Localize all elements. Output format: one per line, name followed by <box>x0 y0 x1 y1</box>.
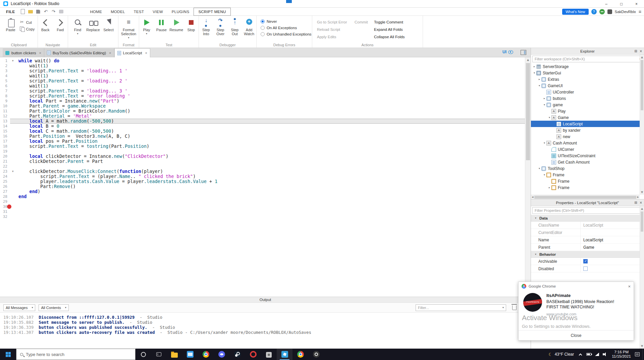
explorer-hscrollbar[interactable]: ◀ ▶ <box>531 195 640 199</box>
code-line[interactable]: Part:Remove() <box>18 184 524 189</box>
taskbar-clock[interactable]: 7:16 PM 11/15/2021 <box>612 350 631 359</box>
explorer-node-localscript[interactable]: LocalScript <box>531 121 644 127</box>
menu-tab-view[interactable]: VIEW <box>148 8 167 16</box>
code-editor[interactable]: 1234567891011121314151617181920212223242… <box>0 57 531 297</box>
dismiss-notification-icon[interactable]: × <box>628 284 631 289</box>
expand-arrow-icon[interactable]: ▸ <box>542 97 546 100</box>
save-icon[interactable] <box>35 9 41 15</box>
step-over-button[interactable]: Step Over <box>213 17 228 36</box>
taskbar-obs[interactable] <box>308 349 324 360</box>
explorer-node-frame[interactable]: ▾Frame <box>531 172 644 178</box>
code-line[interactable]: while wait() do <box>18 58 524 63</box>
undo-icon[interactable]: ↶ <box>43 9 49 15</box>
toggle-comment-button[interactable]: Toggle Comment <box>374 20 418 24</box>
close-panel-icon[interactable]: × <box>640 199 642 206</box>
network-icon[interactable] <box>595 353 599 356</box>
play-button[interactable]: Play▾ <box>139 17 154 35</box>
collapse-arrow-icon[interactable]: ▾ <box>537 84 541 87</box>
menu-tab-test[interactable]: TEST <box>129 8 149 16</box>
weather-widget[interactable]: ☾ 43°F Clear <box>548 352 574 357</box>
collapse-all-folds-button[interactable]: Collapse All Folds <box>374 35 418 39</box>
collapse-arrow-icon[interactable]: ▾ <box>542 141 546 144</box>
copy-button[interactable]: Copy <box>19 26 35 32</box>
code-line[interactable]: player.leaderstats.Cash.Value = player.l… <box>18 179 524 184</box>
output-filter-input[interactable]: Filter... ▾ <box>416 304 506 311</box>
checkbox-unchecked-icon[interactable] <box>583 266 588 271</box>
taskbar-steam[interactable] <box>229 349 245 360</box>
property-value[interactable]: LocalScript <box>581 236 644 243</box>
expand-arrow-icon[interactable]: ▸ <box>532 65 536 68</box>
context-filter-dropdown[interactable]: All Contents ▾ <box>39 304 68 311</box>
code-line[interactable]: Part.Material = 'Metal' <box>18 114 524 119</box>
code-line[interactable]: local pos = Part.Position <box>18 139 524 144</box>
maximize-button[interactable]: □ <box>614 0 629 8</box>
fold-marker-icon[interactable]: ▾ <box>12 58 16 63</box>
code-line[interactable]: Part.Position = Vector3.new(A, B, C) <box>18 134 524 139</box>
code-line[interactable] <box>18 214 524 219</box>
doc-tab-button-clickers[interactable]: button clickers× <box>3 48 44 57</box>
properties-filter[interactable] <box>532 207 643 214</box>
explorer-node-buttons[interactable]: ▸buttons <box>531 95 644 102</box>
explorer-node-uicontroller[interactable]: UiController <box>531 89 644 95</box>
redo-icon[interactable]: ↷ <box>51 9 57 15</box>
property-value[interactable]: LocalScript <box>581 222 644 229</box>
taskbar-chrome[interactable] <box>198 349 214 360</box>
explorer-node-uicorner[interactable]: UICorner <box>531 146 644 153</box>
doc-tab-localscript[interactable]: LocalScript× <box>114 48 150 57</box>
panel-layout-icon[interactable] <box>521 50 526 55</box>
property-value[interactable]: Game <box>581 244 644 251</box>
taskbar-mail-app[interactable] <box>182 349 198 360</box>
explorer-node-startergui[interactable]: ▾StarterGui <box>531 70 644 76</box>
message-filter-dropdown[interactable]: All Messages ▾ <box>3 304 35 311</box>
section-header-data[interactable]: ▾Data <box>531 215 644 222</box>
close-panel-icon[interactable]: × <box>640 48 642 55</box>
go-to-script-error-button[interactable]: Go to Script Error <box>317 20 355 24</box>
code-line[interactable] <box>18 204 524 209</box>
open-icon[interactable] <box>28 9 34 15</box>
properties-vscrollbar[interactable]: ▲ ▼ <box>640 206 644 349</box>
breakpoint-icon[interactable] <box>7 204 11 209</box>
explorer-node-toolshop[interactable]: ▾ToolShop <box>531 165 644 172</box>
notification-body[interactable]: ITSAPRIMATE ItsAPrimate BASEketball (199… <box>519 291 634 316</box>
minimize-button[interactable]: – <box>599 0 614 8</box>
explorer-node-cash-amount[interactable]: ▾Cash Amount <box>531 140 644 146</box>
file-menu-button[interactable]: FILE <box>3 9 18 15</box>
code-line[interactable]: end) <box>18 189 524 194</box>
help-icon[interactable]: ? <box>591 9 597 14</box>
properties-filter-input[interactable] <box>533 208 641 213</box>
scrollbar-thumb[interactable] <box>641 212 643 232</box>
explorer-vscrollbar[interactable]: ▲ ▼ <box>640 55 644 195</box>
menu-tab-model[interactable]: MODEL <box>106 8 129 16</box>
code-line[interactable] <box>18 164 524 169</box>
task-view-button[interactable] <box>151 349 166 360</box>
code-line[interactable]: script.Parent.Text = 'loading... 1 ' <box>18 68 524 73</box>
code-line[interactable]: script.Parent.Text = 'error loading ' <box>18 94 524 99</box>
menu-tab-home[interactable]: HOME <box>86 8 107 16</box>
explorer-node-new[interactable]: new <box>531 133 644 140</box>
collapse-arrow-icon[interactable]: ▾ <box>542 103 546 106</box>
scrollbar-thumb[interactable] <box>526 63 530 160</box>
code-line[interactable]: wait(1) <box>18 73 524 78</box>
explorer-node-by-xander[interactable]: by xander <box>531 127 644 133</box>
taskbar-file-explorer[interactable] <box>166 349 182 360</box>
action-center-icon[interactable] <box>635 352 640 356</box>
code-line[interactable]: wait(1) <box>18 63 524 68</box>
capture-icon[interactable] <box>58 9 64 15</box>
taskbar-discord[interactable] <box>214 349 229 360</box>
code-line[interactable]: local B = 0 <box>18 124 524 129</box>
hidden-icons-chevron-icon[interactable] <box>579 353 582 357</box>
collapse-arrow-icon[interactable]: ▾ <box>532 71 536 74</box>
code-line[interactable]: end <box>18 194 524 199</box>
section-header-behavior[interactable]: ▾Behavior <box>531 251 644 258</box>
menu-tab-script-menu[interactable]: SCRIPT MENU <box>194 8 230 16</box>
code-line[interactable]: local A = math.random(-500,500) <box>18 119 524 124</box>
code-line[interactable]: local Part = Instance.new("Part") <box>18 99 524 104</box>
pause-button[interactable]: Pause <box>154 17 169 32</box>
collapse-arrow-icon[interactable]: ▾ <box>542 173 546 176</box>
scroll-up-icon[interactable]: ▲ <box>525 57 531 62</box>
code-line[interactable]: script.Parent.Text = (player.Name.. " cl… <box>18 174 524 179</box>
notification-close-button[interactable]: Close <box>519 330 634 340</box>
explorer-node-game[interactable]: ▾game <box>531 102 644 108</box>
code-line[interactable] <box>18 199 524 204</box>
scroll-right-icon[interactable]: ▶ <box>637 196 639 198</box>
